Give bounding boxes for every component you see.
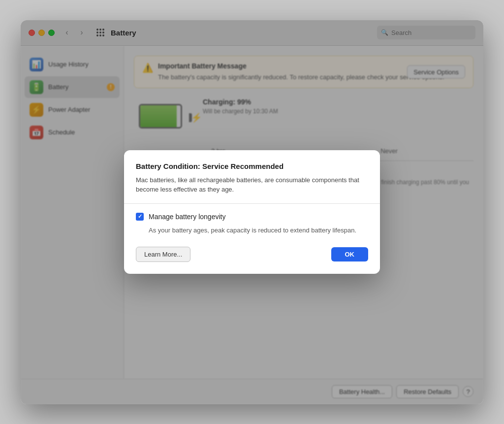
manage-longevity-row[interactable]: Manage battery longevity — [136, 213, 368, 221]
manage-longevity-desc: As your battery ages, peak capacity is r… — [149, 226, 368, 235]
modal-overlay: Battery Condition: Service Recommended M… — [21, 20, 483, 404]
modal-footer: Learn More... OK — [136, 247, 368, 262]
modal-description: Mac batteries, like all rechargeable bat… — [136, 175, 368, 195]
battery-condition-modal: Battery Condition: Service Recommended M… — [124, 150, 380, 274]
learn-more-button[interactable]: Learn More... — [136, 247, 190, 262]
manage-longevity-checkbox[interactable] — [136, 213, 144, 221]
ok-button[interactable]: OK — [331, 247, 369, 261]
manage-longevity-label: Manage battery longevity — [149, 213, 225, 221]
modal-divider — [124, 203, 380, 204]
system-preferences-window: ‹ › Battery 🔍 📊 Usage History 🔋 Bat — [21, 20, 483, 404]
modal-title: Battery Condition: Service Recommended — [136, 162, 368, 170]
